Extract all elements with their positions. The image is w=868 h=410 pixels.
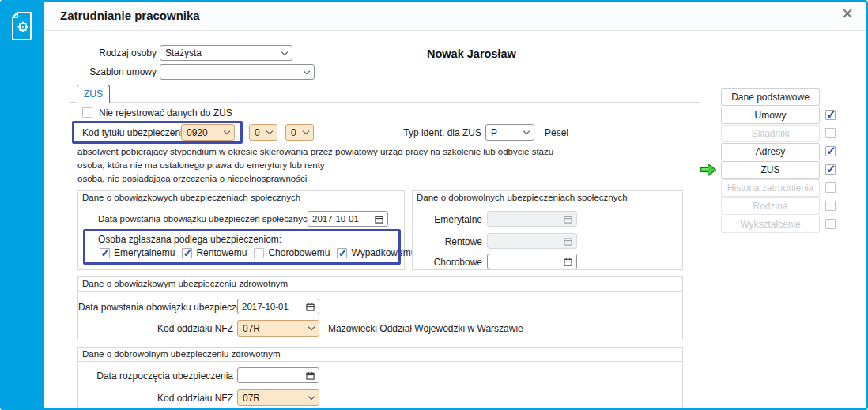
dialog-titlebar: Zatrudnianie pracownika ✕ xyxy=(44,2,866,31)
group-voluntary-social-title: Dane o dobrowolnych ubezpieczeniach społ… xyxy=(413,191,682,205)
nfz-branch-description: Mazowiecki Oddział Wojewódzki w Warszawi… xyxy=(328,323,523,334)
chevron-down-icon xyxy=(224,128,230,134)
nav-rodzina[interactable]: Rodzina xyxy=(721,197,820,215)
emerytalne-date-input[interactable] xyxy=(487,211,577,227)
ident-type-label: Typ ident. dla ZUS xyxy=(380,127,481,138)
nav-zus[interactable]: ZUS xyxy=(721,161,820,179)
nav-historia-zatrudnienia[interactable]: Historia zatrudnienia xyxy=(721,179,820,197)
wypadkowemu-checkbox[interactable] xyxy=(337,248,347,258)
calendar-icon xyxy=(375,215,383,224)
insurance-emerytalne-option[interactable]: Emerytalnemu xyxy=(100,247,175,258)
zus-panel: Nie rejestrować danych do ZUS Kod tytułu… xyxy=(70,102,700,408)
chorobowemu-label: Chorobowemu xyxy=(268,247,330,258)
rentowe-date-input[interactable] xyxy=(487,233,577,249)
insurance-code-sub2-value: 0 xyxy=(291,127,296,138)
mandatory-social-date-value: 2017-10-01 xyxy=(312,214,375,224)
mandatory-health-nfz-label: Kod oddziału NFZ xyxy=(78,323,233,334)
chevron-down-icon xyxy=(281,48,288,55)
insurance-code-sub1-select[interactable]: 0 xyxy=(249,124,277,141)
chevron-down-icon xyxy=(304,67,310,73)
insurance-code-sub1-value: 0 xyxy=(255,127,260,138)
nav-historia-checkbox[interactable] xyxy=(825,182,836,193)
nav-adresy-checkbox[interactable] xyxy=(825,146,836,156)
employee-name: Nowak Jarosław xyxy=(427,47,516,60)
contract-template-label: Szablon umowy xyxy=(47,66,157,77)
ident-type-select[interactable]: P xyxy=(485,124,534,141)
rentowe-label: Rentowe xyxy=(413,236,482,247)
app-sidebar xyxy=(0,0,44,410)
nav-skladniki-checkbox[interactable] xyxy=(825,128,836,138)
nav-adresy[interactable]: Adresy xyxy=(721,143,820,160)
voluntary-health-nfz-label: Kod oddziału NFZ xyxy=(78,393,233,404)
chorobowe-label: Chorobowe xyxy=(413,257,482,268)
subject-insurances-label: Osoba zgłaszana podlega ubezpieczeniom: xyxy=(98,234,281,245)
person-type-label: Rodzaj osoby xyxy=(47,47,157,58)
chevron-down-icon xyxy=(308,324,315,330)
chevron-down-icon xyxy=(523,128,530,134)
mandatory-health-date-value: 2017-10-01 xyxy=(242,302,306,311)
rentowemu-checkbox[interactable] xyxy=(182,248,192,258)
insurance-chorobowe-option[interactable]: Chorobowemu xyxy=(254,247,330,258)
emerytalnemu-checkbox[interactable] xyxy=(100,248,110,258)
tab-zus[interactable]: ZUS xyxy=(77,85,110,103)
code-description-line: absolwent pobierający stypendium w okres… xyxy=(77,147,553,156)
rentowemu-label: Rentowemu xyxy=(196,247,247,258)
chorobowe-date-input[interactable] xyxy=(487,254,577,269)
calendar-icon xyxy=(306,303,315,311)
current-section-arrow-icon xyxy=(700,163,717,180)
mandatory-health-date-input[interactable]: 2017-10-01 xyxy=(237,299,319,314)
nav-zus-checkbox[interactable] xyxy=(825,164,836,175)
nav-skladniki[interactable]: Składniki xyxy=(721,125,820,142)
chevron-down-icon xyxy=(308,393,315,400)
calendar-icon xyxy=(564,237,572,246)
voluntary-health-nfz-value: 07R xyxy=(243,393,260,404)
person-type-select[interactable]: Stażysta xyxy=(160,45,292,61)
document-gear-icon xyxy=(9,11,35,44)
no-register-zus-checkbox[interactable] xyxy=(82,107,92,118)
chorobowemu-checkbox[interactable] xyxy=(254,248,264,258)
nav-umowy-checkbox[interactable] xyxy=(825,110,836,120)
nav-umowy[interactable]: Umowy xyxy=(721,107,820,124)
mandatory-social-date-label: Data powstania obowiązku ubezpieczeń spo… xyxy=(98,214,312,224)
mandatory-social-date-input[interactable]: 2017-10-01 xyxy=(308,211,388,227)
insurance-code-sub2-select[interactable]: 0 xyxy=(285,124,314,141)
contract-template-select[interactable] xyxy=(160,64,315,80)
ident-type-value: P xyxy=(491,127,497,138)
no-register-zus-label: Nie rejestrować danych do ZUS xyxy=(99,107,232,118)
wypadkowemu-label: Wypadkowemu xyxy=(351,247,416,258)
calendar-icon xyxy=(564,258,572,266)
code-description-line: osoba, która nie ma ustalonego prawa do … xyxy=(77,160,325,170)
calendar-icon xyxy=(564,215,572,224)
insurance-title-code-value: 0920 xyxy=(187,127,208,138)
code-description-line: osoba, nie posiadająca orzeczenia o niep… xyxy=(77,174,307,183)
insurance-title-code-label: Kod tytułu ubezpieczenia xyxy=(82,127,187,138)
dialog-title: Zatrudnianie pracownika xyxy=(60,9,200,22)
insurance-rentowe-option[interactable]: Rentowemu xyxy=(182,247,247,258)
person-type-value: Stażysta xyxy=(165,47,202,58)
chevron-down-icon xyxy=(303,128,309,134)
emerytalne-label: Emerytalne xyxy=(413,214,482,225)
voluntary-health-date-input[interactable] xyxy=(237,367,319,383)
group-mandatory-health-title: Dane o obowiązkowym ubezpieczeniu zdrowo… xyxy=(78,277,682,292)
insurance-wypadkowe-option[interactable]: Wypadkowemu xyxy=(337,247,416,258)
close-icon[interactable]: ✕ xyxy=(841,6,854,21)
mandatory-health-date-label: Data powstania obowiązku ubezpieczenia xyxy=(78,302,233,313)
employment-dialog: Zatrudnianie pracownika ✕ Rodzaj osoby S… xyxy=(0,0,868,410)
subject-insurances-row: Emerytalnemu Rentowemu Chorobowemu Wypad… xyxy=(100,247,416,258)
mandatory-health-nfz-value: 07R xyxy=(243,323,260,334)
insurance-title-code-select[interactable]: 0920 xyxy=(181,124,235,141)
nav-rodzina-checkbox[interactable] xyxy=(825,201,836,211)
group-mandatory-social-title: Dane o obowiązkowych ubezpieczeniach spo… xyxy=(78,191,404,205)
calendar-icon xyxy=(306,371,315,380)
nav-dane-podstawowe[interactable]: Dane podstawowe xyxy=(721,88,820,106)
voluntary-health-nfz-select[interactable]: 07R xyxy=(237,389,319,406)
ident-type-hint: Pesel xyxy=(545,127,568,138)
nav-wyksztalcenie[interactable]: Wykształcenie xyxy=(721,216,820,233)
mandatory-health-nfz-select[interactable]: 07R xyxy=(237,320,319,337)
group-voluntary-social: Dane o dobrowolnych ubezpieczeniach społ… xyxy=(412,190,683,270)
chevron-down-icon xyxy=(266,128,273,134)
group-mandatory-social: Dane o obowiązkowych ubezpieczeniach spo… xyxy=(77,190,405,270)
group-voluntary-health: Dane o dobrowolnym ubezpieczeniu zdrowot… xyxy=(77,347,683,408)
emerytalnemu-label: Emerytalnemu xyxy=(114,247,175,258)
nav-wyksztalcenie-checkbox[interactable] xyxy=(825,219,836,229)
